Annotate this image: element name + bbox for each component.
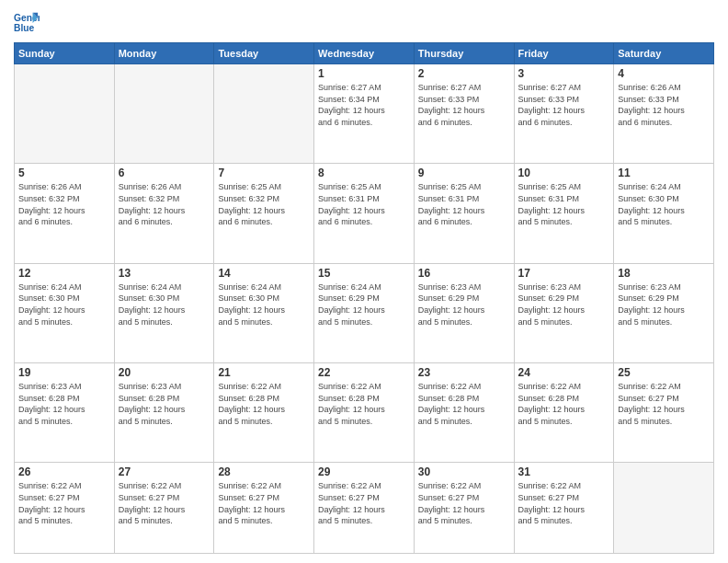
calendar-cell — [15, 64, 115, 164]
day-number: 1 — [318, 67, 410, 80]
day-info: Sunrise: 6:23 AM Sunset: 6:28 PM Dayligh… — [18, 381, 110, 427]
day-info: Sunrise: 6:25 AM Sunset: 6:31 PM Dayligh… — [518, 181, 610, 227]
day-number: 10 — [518, 167, 610, 179]
day-info: Sunrise: 6:26 AM Sunset: 6:32 PM Dayligh… — [18, 181, 110, 227]
weekday-header-tuesday: Tuesday — [214, 43, 314, 64]
calendar-cell: 22Sunrise: 6:22 AM Sunset: 6:28 PM Dayli… — [314, 363, 415, 463]
calendar-week-3: 19Sunrise: 6:23 AM Sunset: 6:28 PM Dayli… — [15, 363, 714, 463]
calendar-cell: 28Sunrise: 6:22 AM Sunset: 6:27 PM Dayli… — [214, 463, 314, 554]
day-number: 9 — [418, 167, 510, 179]
day-info: Sunrise: 6:24 AM Sunset: 6:30 PM Dayligh… — [218, 282, 310, 327]
day-info: Sunrise: 6:22 AM Sunset: 6:27 PM Dayligh… — [18, 480, 110, 526]
day-number: 12 — [18, 267, 110, 280]
weekday-header-sunday: Sunday — [15, 43, 115, 64]
calendar-cell: 5Sunrise: 6:26 AM Sunset: 6:32 PM Daylig… — [15, 164, 115, 263]
calendar-week-2: 12Sunrise: 6:24 AM Sunset: 6:30 PM Dayli… — [15, 263, 714, 362]
day-number: 24 — [518, 366, 610, 379]
generalblue-logo-icon: General Blue — [14, 9, 40, 35]
day-number: 28 — [218, 465, 310, 478]
day-number: 27 — [119, 465, 210, 478]
day-number: 4 — [618, 67, 710, 80]
calendar-cell: 23Sunrise: 6:22 AM Sunset: 6:28 PM Dayli… — [414, 363, 514, 463]
calendar-cell: 15Sunrise: 6:24 AM Sunset: 6:29 PM Dayli… — [314, 263, 415, 362]
calendar-cell: 26Sunrise: 6:22 AM Sunset: 6:27 PM Dayli… — [15, 463, 115, 554]
day-info: Sunrise: 6:25 AM Sunset: 6:32 PM Dayligh… — [218, 181, 310, 227]
day-number: 13 — [119, 267, 210, 280]
day-number: 6 — [119, 167, 210, 179]
day-number: 25 — [618, 366, 710, 379]
day-info: Sunrise: 6:23 AM Sunset: 6:29 PM Dayligh… — [618, 282, 710, 327]
calendar-cell: 20Sunrise: 6:23 AM Sunset: 6:28 PM Dayli… — [114, 363, 214, 463]
calendar-cell: 9Sunrise: 6:25 AM Sunset: 6:31 PM Daylig… — [414, 164, 514, 263]
day-info: Sunrise: 6:24 AM Sunset: 6:29 PM Dayligh… — [318, 282, 410, 327]
day-info: Sunrise: 6:22 AM Sunset: 6:27 PM Dayligh… — [618, 381, 710, 427]
weekday-header-friday: Friday — [514, 43, 614, 64]
page: General Blue SundayMondayTuesdayWednesda… — [0, 0, 728, 563]
day-info: Sunrise: 6:23 AM Sunset: 6:29 PM Dayligh… — [418, 282, 510, 327]
weekday-header-thursday: Thursday — [414, 43, 514, 64]
day-info: Sunrise: 6:22 AM Sunset: 6:27 PM Dayligh… — [119, 480, 210, 526]
weekday-header-wednesday: Wednesday — [314, 43, 415, 64]
day-info: Sunrise: 6:22 AM Sunset: 6:27 PM Dayligh… — [318, 480, 410, 526]
calendar-cell: 27Sunrise: 6:22 AM Sunset: 6:27 PM Dayli… — [114, 463, 214, 554]
day-number: 18 — [618, 267, 710, 280]
day-number: 7 — [218, 167, 310, 179]
calendar-cell: 3Sunrise: 6:27 AM Sunset: 6:33 PM Daylig… — [514, 64, 614, 164]
day-number: 30 — [418, 465, 510, 478]
weekday-header-monday: Monday — [114, 43, 214, 64]
calendar-cell: 16Sunrise: 6:23 AM Sunset: 6:29 PM Dayli… — [414, 263, 514, 362]
day-info: Sunrise: 6:27 AM Sunset: 6:33 PM Dayligh… — [418, 82, 510, 128]
day-info: Sunrise: 6:22 AM Sunset: 6:27 PM Dayligh… — [218, 480, 310, 526]
calendar-cell: 30Sunrise: 6:22 AM Sunset: 6:27 PM Dayli… — [414, 463, 514, 554]
calendar-cell: 29Sunrise: 6:22 AM Sunset: 6:27 PM Dayli… — [314, 463, 415, 554]
day-info: Sunrise: 6:24 AM Sunset: 6:30 PM Dayligh… — [119, 282, 210, 327]
calendar-cell — [214, 64, 314, 164]
calendar-week-4: 26Sunrise: 6:22 AM Sunset: 6:27 PM Dayli… — [15, 463, 714, 554]
day-info: Sunrise: 6:25 AM Sunset: 6:31 PM Dayligh… — [318, 181, 410, 227]
weekday-header-saturday: Saturday — [614, 43, 714, 64]
day-number: 5 — [18, 167, 110, 179]
calendar-cell: 2Sunrise: 6:27 AM Sunset: 6:33 PM Daylig… — [414, 64, 514, 164]
calendar-cell: 1Sunrise: 6:27 AM Sunset: 6:34 PM Daylig… — [314, 64, 415, 164]
day-number: 14 — [218, 267, 310, 280]
calendar-cell: 31Sunrise: 6:22 AM Sunset: 6:27 PM Dayli… — [514, 463, 614, 554]
calendar-cell: 19Sunrise: 6:23 AM Sunset: 6:28 PM Dayli… — [15, 363, 115, 463]
calendar-week-0: 1Sunrise: 6:27 AM Sunset: 6:34 PM Daylig… — [15, 64, 714, 164]
day-number: 11 — [618, 167, 710, 179]
day-number: 29 — [318, 465, 410, 478]
day-info: Sunrise: 6:22 AM Sunset: 6:28 PM Dayligh… — [218, 381, 310, 427]
day-info: Sunrise: 6:27 AM Sunset: 6:34 PM Dayligh… — [318, 82, 410, 128]
day-info: Sunrise: 6:25 AM Sunset: 6:31 PM Dayligh… — [418, 181, 510, 227]
calendar-cell: 21Sunrise: 6:22 AM Sunset: 6:28 PM Dayli… — [214, 363, 314, 463]
day-info: Sunrise: 6:22 AM Sunset: 6:28 PM Dayligh… — [518, 381, 610, 427]
calendar-cell: 6Sunrise: 6:26 AM Sunset: 6:32 PM Daylig… — [114, 164, 214, 263]
calendar-cell — [114, 64, 214, 164]
day-number: 3 — [518, 67, 610, 80]
day-number: 17 — [518, 267, 610, 280]
day-number: 8 — [318, 167, 410, 179]
calendar-cell: 18Sunrise: 6:23 AM Sunset: 6:29 PM Dayli… — [614, 263, 714, 362]
day-number: 31 — [518, 465, 610, 478]
day-number: 21 — [218, 366, 310, 379]
calendar-cell: 7Sunrise: 6:25 AM Sunset: 6:32 PM Daylig… — [214, 164, 314, 263]
calendar-cell: 4Sunrise: 6:26 AM Sunset: 6:33 PM Daylig… — [614, 64, 714, 164]
day-number: 20 — [119, 366, 210, 379]
day-info: Sunrise: 6:22 AM Sunset: 6:28 PM Dayligh… — [418, 381, 510, 427]
day-info: Sunrise: 6:26 AM Sunset: 6:33 PM Dayligh… — [618, 82, 710, 128]
day-info: Sunrise: 6:23 AM Sunset: 6:28 PM Dayligh… — [119, 381, 210, 427]
svg-text:Blue: Blue — [14, 23, 35, 33]
day-info: Sunrise: 6:22 AM Sunset: 6:27 PM Dayligh… — [418, 480, 510, 526]
logo: General Blue — [14, 9, 40, 35]
day-info: Sunrise: 6:24 AM Sunset: 6:30 PM Dayligh… — [18, 282, 110, 327]
day-info: Sunrise: 6:23 AM Sunset: 6:29 PM Dayligh… — [518, 282, 610, 327]
day-info: Sunrise: 6:22 AM Sunset: 6:27 PM Dayligh… — [518, 480, 610, 526]
day-info: Sunrise: 6:24 AM Sunset: 6:30 PM Dayligh… — [618, 181, 710, 227]
calendar-cell: 25Sunrise: 6:22 AM Sunset: 6:27 PM Dayli… — [614, 363, 714, 463]
calendar-cell: 11Sunrise: 6:24 AM Sunset: 6:30 PM Dayli… — [614, 164, 714, 263]
calendar-cell: 24Sunrise: 6:22 AM Sunset: 6:28 PM Dayli… — [514, 363, 614, 463]
calendar-cell — [614, 463, 714, 554]
calendar-cell: 8Sunrise: 6:25 AM Sunset: 6:31 PM Daylig… — [314, 164, 415, 263]
day-number: 16 — [418, 267, 510, 280]
calendar-week-1: 5Sunrise: 6:26 AM Sunset: 6:32 PM Daylig… — [15, 164, 714, 263]
header: General Blue — [14, 9, 714, 35]
